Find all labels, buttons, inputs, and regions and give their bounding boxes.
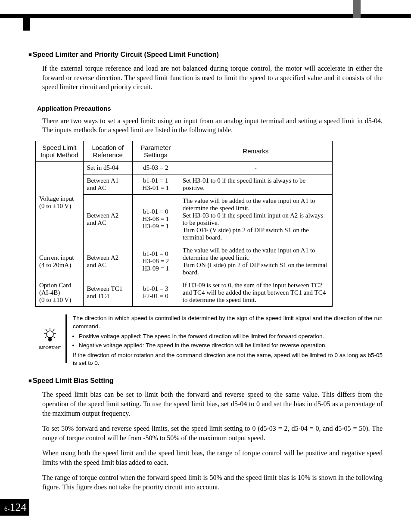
important-icon: IMPORTANT: [38, 314, 67, 363]
cell-remarks: -: [179, 161, 332, 174]
cell-param: d5-03 = 2: [132, 161, 179, 174]
cell-method: Voltage input (0 to ±10 V): [36, 161, 84, 244]
important-note: IMPORTANT The direction in which speed i…: [38, 314, 383, 367]
svg-point-7: [47, 331, 53, 338]
svg-line-6: [53, 337, 55, 338]
cell-param: b1-01 = 1 H3-01 = 1: [132, 174, 179, 194]
lightbulb-icon: [42, 327, 58, 343]
subheading-precautions: Application Precautions: [37, 105, 383, 112]
cell-method: Current input (4 to 20mA): [36, 244, 84, 279]
cell-remarks: The value will be added to the value inp…: [179, 194, 332, 244]
cell-param: b1-01 = 3 F2-01 = 0: [132, 279, 179, 306]
section2-p4: The range of torque control when the for…: [42, 473, 383, 492]
cell-method: Option Card (AI-4B) (0 to ±10 V): [36, 279, 84, 306]
cell-remarks: The value will be added to the value inp…: [179, 244, 332, 279]
cell-location: Between TC1 and TC4: [83, 279, 132, 306]
th-location: Location of Reference: [83, 141, 132, 161]
cell-location: Between A1 and AC: [83, 174, 132, 194]
cell-param: b1-01 = 0 H3-08 = 1 H3-09 = 1: [132, 194, 179, 244]
th-remarks: Remarks: [179, 141, 332, 161]
table-row: Voltage input (0 to ±10 V)Set in d5-04d5…: [36, 161, 333, 174]
speed-limit-table: Speed Limit Input Method Location of Ref…: [35, 141, 333, 307]
cell-location: Between A2 and AC: [83, 194, 132, 244]
table-row: Current input (4 to 20mA)Between A2 and …: [36, 244, 333, 279]
section2-p2: To set 50% forward and reverse speed lim…: [42, 424, 383, 442]
important-label: IMPORTANT: [39, 345, 61, 350]
page-number-prefix: 6-: [4, 505, 10, 512]
cell-param: b1-01 = 0 H3-08 = 2 H3-09 = 1: [132, 244, 179, 279]
cell-location: Set in d5-04: [83, 161, 132, 174]
section-heading-text: Speed Limit Bias Setting: [33, 377, 114, 384]
section-heading-speed-limiter: ■Speed Limiter and Priority Circuit (Spe…: [28, 51, 383, 59]
header-rule: [0, 14, 411, 18]
table-row: Option Card (AI-4B) (0 to ±10 V)Between …: [36, 279, 333, 306]
th-param: Parameter Settings: [132, 141, 179, 161]
th-method: Speed Limit Input Method: [36, 141, 84, 161]
section1-intro: If the external torque reference and loa…: [42, 64, 383, 92]
svg-line-5: [45, 337, 47, 338]
important-line2: If the direction of motor rotation and t…: [73, 352, 383, 367]
page-number: 6-124: [0, 499, 29, 516]
section2-p1: The speed limit bias can be set to limit…: [42, 390, 383, 418]
svg-point-8: [48, 338, 52, 341]
cell-remarks: Set H3-01 to 0 if the speed limit is alw…: [179, 174, 332, 194]
svg-line-1: [46, 329, 47, 331]
page-number-value: 124: [10, 501, 27, 513]
svg-line-2: [53, 329, 54, 331]
section2-p3: When using both the speed limit and the …: [42, 448, 383, 467]
section-heading-bias: ■Speed Limit Bias Setting: [28, 377, 383, 385]
precautions-intro: There are two ways to set a speed limit:…: [42, 116, 383, 135]
cell-location: Between A2 and AC: [83, 244, 132, 279]
important-bullet2: Negative voltage applied: The speed in t…: [79, 342, 383, 350]
cell-remarks: If H3-09 is set to 0, the sum of the inp…: [179, 279, 332, 306]
important-line1: The direction in which speed is controll…: [73, 315, 383, 330]
section-heading-text: Speed Limiter and Priority Circuit (Spee…: [33, 51, 219, 58]
important-bullet1: Positive voltage applied: The speed in t…: [79, 333, 383, 341]
